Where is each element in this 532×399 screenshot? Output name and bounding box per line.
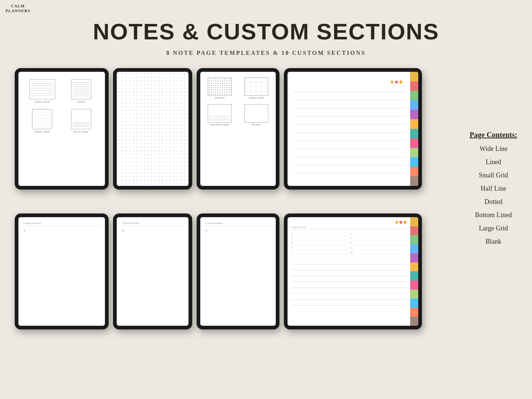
tab-blue [410,100,418,110]
contents-item-1: Wide Line [470,142,517,155]
tab-pink [410,138,418,148]
cs-number-2: 4. [122,229,183,232]
lined-label: LINED [77,101,85,103]
page-title: NOTES & CUSTOM SECTIONS [0,18,532,45]
tablet-lined-tabs [284,68,422,190]
cl-tab-pink [410,280,418,290]
tab-salmon [410,167,418,176]
page-contents: Page Contents: Wide Line Lined Small Gri… [470,131,517,248]
custom-section-page-3: Custom Sections 5. [200,217,276,238]
dotted-page [117,72,189,186]
cl-tab-salmon [410,308,418,317]
tab-brown [410,176,418,186]
blank-type-box [244,104,268,123]
top-icon-yellow [391,81,394,84]
custom-last-content: Custom Sections 1. 6. 2. 7. 3. 8. 4. 9. … [288,217,410,326]
lined-content [288,72,410,186]
cl-item-4: 4. [291,247,348,250]
cl-tab-red [410,226,418,236]
tablets-row-1: WIDE LINED LINED [15,68,422,190]
cl-item-10: 10. [350,251,407,255]
lined-item: LINED [65,79,98,103]
page-contents-title: Page Contents: [470,131,517,139]
small-grid-label: SMALL GRID [35,131,50,133]
cl-item-6: 6. [350,232,407,236]
half-lined-box [71,109,91,129]
cl-item-3: 3. [291,242,348,245]
dot-grid [117,72,189,186]
cl-item-5: 5. [291,251,348,255]
wide-lined-item: WIDE LINED [26,79,59,103]
lined-box [71,79,91,99]
tab-yellow [410,72,418,81]
tablet-screen-2 [117,72,189,186]
wide-lined-box [29,79,55,99]
cs-title-1: Custom Sections [24,222,100,226]
top-icon-orange [399,81,402,84]
cl-item-2: 2. [291,237,348,240]
cl-top-icons [291,221,406,224]
large-grid-type-box [244,77,268,96]
cl-lines [291,258,406,306]
contents-item-8: Blank [470,235,517,248]
cl-tab-orange [410,262,418,272]
tablet-custom-3: Custom Sections 5. [197,213,279,329]
custom-section-page-2: Custom Sections 4. [117,217,189,238]
blank-type-label: BLANK [252,124,261,126]
cl-icon-orange [404,221,406,224]
small-grid-item: SMALL GRID [26,109,59,133]
tablet4-top-icons [293,79,405,84]
cs-number-1: 1. [24,229,100,232]
blank-type-item: BLANK [241,104,272,126]
cl-icon-red [399,221,402,224]
contents-item-3: Small Grid [470,169,517,182]
tab-teal [410,129,418,138]
cs-number-3: 5. [205,229,271,232]
dotted-type-item: DOTTED [204,77,236,99]
cl-item-1: 1. [291,232,348,236]
tablet-screen-7: Custom Sections 5. [200,217,276,326]
cl-item-9: 9. [350,247,407,250]
tablet-custom-2: Custom Sections 4. [113,213,192,329]
tab-lightgreen [410,148,418,158]
tablet-screen-8: Custom Sections 1. 6. 2. 7. 3. 8. 4. 9. … [288,217,418,326]
page-subtitle: 8 NOTE PAGE TEMPLEATES & 10 CUSTOM SECTI… [0,50,532,56]
tablet-note-types: DOTTED LARGE GRID [197,68,279,190]
contents-item-5: Dotted [470,195,517,208]
tablet-custom-4: Custom Sections 1. 6. 2. 7. 3. 8. 4. 9. … [284,213,422,329]
tablet-screen-6: Custom Sections 4. [117,217,189,326]
dotted-type-label: DOTTED [215,97,225,99]
tab-green [410,91,418,100]
logo-line1: CALM [6,4,30,8]
cl-tab-lightblue [410,299,418,308]
logo: CALM PLANNERS [6,4,30,13]
cl-item-8: 8. [350,242,407,245]
contents-item-6: Bottom Lined [470,208,517,222]
bottom-lined-type-item: BOTTOM LINED [204,104,236,126]
dotted-type-box [208,77,232,96]
tablets-row-2: Custom Sections 1. Custom Sections 4. Cu… [15,213,422,329]
wide-lined-label: WIDE LINED [35,101,50,103]
custom-section-page-1: Custom Sections 1. [18,217,105,238]
tablet-custom-1: Custom Sections 1. [15,213,109,329]
cl-item-7: 7. [350,237,407,240]
tab-orange [410,119,418,129]
contents-item-4: Half Line [470,182,517,195]
cl-tab-blue [410,244,418,254]
tablet-screen-4 [288,72,418,186]
cs-title-2: Custom Sections [122,222,183,226]
cl-numbered-grid: 1. 6. 2. 7. 3. 8. 4. 9. 5. 10. [291,232,406,255]
tabs-sidebar [410,72,418,186]
cl-tab-purple [410,253,418,262]
note-types-grid: DOTTED LARGE GRID [200,72,276,131]
svg-rect-0 [32,109,52,129]
tablet-note-overview: WIDE LINED LINED [15,68,109,190]
cl-tab-lightgreen [410,290,418,299]
contents-item-7: Large Grid [470,222,517,235]
bottom-lined-type-box [208,104,232,123]
svg-rect-1 [245,78,268,96]
tablet-dotted [113,68,192,190]
bottom-lined-type-label: BOTTOM LINED [210,124,229,126]
tablet-screen-5: Custom Sections 1. [18,217,105,326]
half-lined-item: HALF LINED [65,109,98,133]
